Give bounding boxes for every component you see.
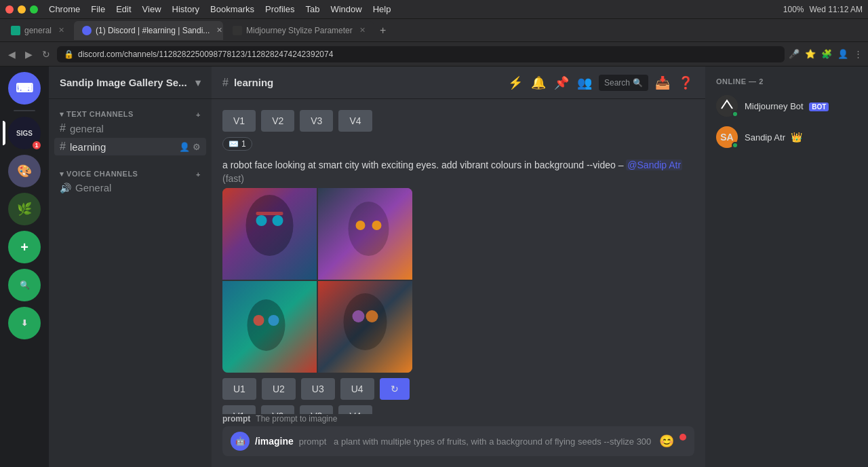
search-bar[interactable]: Search 🔍 bbox=[599, 75, 648, 91]
server-icon-sigs[interactable]: SIGS 1 bbox=[8, 117, 41, 149]
u2-button[interactable]: U2 bbox=[262, 378, 296, 400]
voice-channels-header[interactable]: ▾ VOICE CHANNELS + bbox=[54, 170, 206, 179]
menu-window[interactable]: Window bbox=[330, 4, 361, 14]
text-channels-header[interactable]: ▾ TEXT CHANNELS + bbox=[54, 110, 206, 119]
v3-button-top[interactable]: V3 bbox=[300, 110, 333, 132]
menu-tab[interactable]: Tab bbox=[305, 4, 319, 14]
profile-icon[interactable]: 👤 bbox=[837, 49, 848, 59]
discord-home-button[interactable]: ⌨ bbox=[8, 72, 41, 105]
server-icon-2[interactable]: 🎨 bbox=[8, 155, 41, 187]
search-text: Search bbox=[604, 78, 630, 88]
u4-button[interactable]: U4 bbox=[340, 378, 374, 400]
menu-file[interactable]: File bbox=[91, 4, 105, 14]
mention-tag: @Sandip Atr bbox=[626, 160, 682, 170]
active-server-indicator bbox=[3, 121, 5, 145]
maximize-button[interactable] bbox=[30, 5, 38, 14]
bookmark-icon[interactable]: ⭐ bbox=[805, 49, 816, 59]
svg-point-14 bbox=[344, 293, 387, 350]
tab-chatgpt-label: general bbox=[24, 26, 52, 35]
v4-button-bottom[interactable]: V4 bbox=[338, 405, 372, 414]
forward-button[interactable]: ▶ bbox=[22, 48, 35, 61]
tab-discord-close[interactable]: ✕ bbox=[216, 26, 222, 35]
tab-chatgpt-close[interactable]: ✕ bbox=[58, 26, 64, 35]
menu-view[interactable]: View bbox=[142, 4, 161, 14]
midjourney-status bbox=[732, 111, 738, 117]
add-voice-channel-icon[interactable]: + bbox=[196, 170, 201, 179]
notification-bell-icon[interactable]: 🔔 bbox=[530, 74, 547, 92]
v1-button-top[interactable]: V1 bbox=[222, 110, 256, 132]
svg-point-8 bbox=[372, 221, 382, 230]
v2-button-bottom[interactable]: V2 bbox=[261, 405, 294, 414]
tab-chatgpt[interactable]: general ✕ bbox=[3, 21, 73, 40]
u1-button[interactable]: U1 bbox=[222, 378, 256, 400]
menu-chrome[interactable]: Chrome bbox=[49, 4, 80, 14]
address-bar-actions: 🎤 ⭐ 🧩 👤 ⋮ bbox=[789, 49, 863, 59]
reaction-row-1: ✉️ 1 bbox=[222, 137, 694, 153]
minimize-button[interactable] bbox=[18, 5, 26, 14]
tab-discord-label: (1) Discord | #learning | Sandi... bbox=[96, 26, 210, 35]
speaker-icon: 🔊 bbox=[60, 183, 71, 193]
tab-discord[interactable]: (1) Discord | #learning | Sandi... ✕ bbox=[74, 21, 223, 40]
mic-icon[interactable]: 🎤 bbox=[789, 49, 800, 59]
message-input-wrapper[interactable]: 🤖 /imagine 😊 bbox=[222, 426, 694, 456]
upscale-buttons-row: U1 U2 U3 U4 ↻ bbox=[222, 378, 694, 400]
server-icon-3[interactable]: 🌿 bbox=[8, 193, 41, 225]
pin-icon[interactable]: 📌 bbox=[553, 74, 570, 92]
u3-button[interactable]: U3 bbox=[301, 378, 335, 400]
threads-icon[interactable]: ⚡ bbox=[507, 74, 524, 92]
input-icons: 😊 bbox=[659, 434, 686, 449]
address-bar-row: ◀ ▶ ↻ 🔒 discord.com/channels/11282822500… bbox=[0, 42, 868, 67]
server-divider bbox=[14, 110, 35, 111]
tab-midjourney-close[interactable]: ✕ bbox=[359, 26, 366, 35]
explore-button[interactable]: 🔍 bbox=[8, 269, 41, 301]
midjourney-image-grid[interactable] bbox=[222, 188, 412, 373]
member-item-midjourney[interactable]: Midjourney Bot BOT bbox=[711, 91, 863, 121]
voice-channel-name: General bbox=[75, 182, 111, 193]
v2-button-top[interactable]: V2 bbox=[261, 110, 294, 132]
message-text: a robot face looking at smart city with … bbox=[222, 159, 694, 185]
tab-midjourney[interactable]: Midjourney Stylize Parameter ✕ bbox=[224, 21, 374, 40]
help-icon[interactable]: ❓ bbox=[677, 74, 694, 92]
inbox-icon[interactable]: 📥 bbox=[654, 74, 671, 92]
voice-channels-label: ▾ VOICE CHANNELS bbox=[60, 170, 138, 179]
menu-history[interactable]: History bbox=[172, 4, 199, 14]
member-item-sandip[interactable]: SA Sandip Atr 👑 bbox=[711, 122, 863, 152]
menu-edit[interactable]: Edit bbox=[116, 4, 131, 14]
v4-button-top[interactable]: V4 bbox=[338, 110, 372, 132]
header-actions: ⚡ 🔔 📌 👥 Search 🔍 📥 ❓ bbox=[507, 74, 694, 92]
members-icon[interactable]: 👥 bbox=[576, 74, 593, 92]
add-server-button[interactable]: + bbox=[8, 231, 41, 263]
extensions-icon[interactable]: 🧩 bbox=[821, 49, 832, 59]
close-button[interactable] bbox=[5, 5, 14, 14]
channel-header: # learning ⚡ 🔔 📌 👥 Search 🔍 📥 ❓ bbox=[212, 67, 705, 99]
messages-area[interactable]: V1 V2 V3 V4 ✉️ 1 a robot face looking at… bbox=[212, 99, 705, 414]
channel-item-general[interactable]: # general bbox=[54, 119, 206, 137]
download-button[interactable]: ⬇ bbox=[8, 307, 41, 339]
refresh-button[interactable]: ↻ bbox=[380, 378, 410, 400]
more-icon[interactable]: ⋮ bbox=[854, 49, 863, 59]
v3-button-bottom[interactable]: V3 bbox=[300, 405, 333, 414]
new-tab-button[interactable]: + bbox=[375, 22, 391, 39]
voice-channel-general[interactable]: 🔊 General bbox=[54, 179, 206, 196]
svg-point-1 bbox=[246, 195, 294, 256]
reaction-button-1[interactable]: ✉️ 1 bbox=[222, 137, 252, 151]
url-text: discord.com/channels/1128282250098778123… bbox=[78, 50, 333, 59]
menu-profiles[interactable]: Profiles bbox=[265, 4, 294, 14]
reload-button[interactable]: ↻ bbox=[39, 48, 53, 61]
message-input[interactable] bbox=[299, 430, 654, 453]
v1-button-bottom[interactable]: V1 bbox=[222, 405, 256, 414]
record-button[interactable] bbox=[679, 434, 686, 441]
menu-bookmarks[interactable]: Bookmarks bbox=[210, 4, 254, 14]
back-button[interactable]: ◀ bbox=[5, 48, 18, 61]
channel-item-learning[interactable]: # learning 👤 ⚙ bbox=[54, 138, 206, 155]
image-cell-4 bbox=[318, 281, 412, 373]
emoji-button[interactable]: 😊 bbox=[659, 434, 674, 449]
server-header[interactable]: Sandip Image Gallery Se... ▾ bbox=[49, 67, 212, 99]
svg-point-16 bbox=[366, 310, 378, 322]
menu-help[interactable]: Help bbox=[373, 4, 391, 14]
explore-icon: 🔍 bbox=[20, 280, 30, 290]
add-channel-icon[interactable]: + bbox=[196, 111, 201, 119]
address-bar[interactable]: 🔒 discord.com/channels/11282822500987781… bbox=[57, 46, 785, 62]
svg-point-10 bbox=[248, 299, 285, 351]
image-cell-1 bbox=[222, 188, 317, 280]
